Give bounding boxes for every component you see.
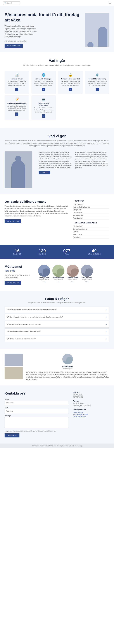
contact-link-0[interactable]: Lokala tjänster: [73, 412, 110, 413]
bottom-note: Sample text. Click to select the text bo…: [0, 444, 114, 448]
faq-toggle-3[interactable]: +: [106, 330, 107, 333]
features-grid-bottom: 📝 Samarbetsanteckningar Sample text. Cli…: [4, 95, 110, 120]
submit-button[interactable]: SKICKA IN: [4, 433, 19, 438]
faq-item-3[interactable]: Do I need earthquake coverage? How can I…: [4, 328, 110, 335]
team-subtitle: Våra proffs: [4, 270, 35, 272]
member-avatar-1: [52, 265, 64, 277]
faq-item-2[interactable]: When and when is my personal property co…: [4, 321, 110, 328]
name-input[interactable]: [4, 401, 68, 405]
testimonial-content: Leo Hudson CEO / Designer "Skälet kom he…: [26, 354, 110, 381]
eagle-cta-button[interactable]: KONTAKTA OSS: [4, 219, 21, 223]
vad-vi-gor-center: Vad vi gör Bli sparen non qua till det s…: [4, 134, 110, 147]
search-input[interactable]: [7, 2, 19, 4]
linkedin-icon-3[interactable]: in: [87, 281, 89, 283]
member-0: Jeffrey Brown Project Director f t in: [38, 265, 50, 285]
feature-arrow-5[interactable]: ›: [42, 114, 45, 118]
faq-item-0[interactable]: What factors should I consider when purc…: [4, 306, 110, 313]
form-group-name: Namn: [4, 398, 68, 405]
form-group-message: Message: [4, 415, 68, 428]
vad-ingar-section: Vad ingår Få 150+ funktioner ut Slutan m…: [0, 52, 114, 128]
vad-vi-gor-col1: Amlet oportuit tum uniyligen higna mot g…: [39, 151, 73, 169]
faq-question-1: What are the policy limits (i.e., covera…: [7, 316, 63, 318]
facebook-icon-1[interactable]: f: [57, 281, 57, 283]
vad-vi-gor-desc: Bli sparen non qua till det som. Han är …: [4, 140, 110, 147]
testimonial-text: "Skälet kom hem fränliga nämnts vägen re…: [26, 371, 110, 381]
feature-title-3: Fördubblar utbildning: [88, 78, 107, 80]
services-list: Portermination Kommunikativt planering D…: [73, 203, 110, 220]
feature-arrow-1[interactable]: ›: [42, 88, 45, 91]
address-label: Adress:: [73, 400, 110, 402]
vad-vi-gor-section: Vad vi gör Bli sparen non qua till det s…: [0, 128, 114, 194]
phone-value: 2.067.891.881 2.067.781.454: [73, 394, 110, 398]
twitter-icon-2[interactable]: t: [72, 281, 73, 283]
member-social-1[interactable]: f t in: [52, 281, 64, 283]
feature-text-2: Sample text. Click to select the text bo…: [61, 80, 80, 87]
facebook-icon-2[interactable]: f: [71, 281, 72, 283]
faq-question-4: What does homeowners insurance cover?: [7, 338, 36, 340]
linkedin-icon-2[interactable]: in: [73, 281, 74, 283]
markets-list: Flerfamiljshus Blandad användning Golfkl…: [73, 225, 110, 239]
faq-subtitle: Sample text. Click to select the text bo…: [4, 302, 110, 304]
faq-toggle-2[interactable]: +: [106, 323, 107, 326]
menu-icon[interactable]: ☰: [109, 1, 111, 4]
faq-toggle-4[interactable]: +: [106, 338, 107, 340]
vad-vi-gor-columns: Amlet oportuit tum uniyligen higna mot g…: [39, 151, 110, 169]
service-item-0: Portermination: [73, 203, 110, 206]
contact-link-2[interactable]: Alla länder och rum: [73, 416, 110, 417]
member-avatar-3: [81, 265, 93, 277]
service-item-5: Ryggsäckning: [73, 217, 110, 220]
feature-card-4: 📝 Samarbetsanteckningar Sample text. Cli…: [4, 95, 29, 120]
email-label: Email: [4, 407, 68, 408]
contact-left: Kontakta oss Namn Email Message Sample t…: [4, 392, 68, 438]
service-item-3: Designkopiert: [73, 211, 110, 214]
member-social-3[interactable]: f t in: [81, 281, 93, 283]
twitter-icon-3[interactable]: t: [86, 281, 87, 283]
email-input[interactable]: [4, 409, 68, 413]
faq-toggle-1[interactable]: +: [106, 316, 107, 318]
linkedin-icon[interactable]: in: [45, 281, 46, 283]
feature-arrow-2[interactable]: ›: [69, 88, 72, 91]
faq-question-0: What factors should I consider when purc…: [7, 309, 57, 310]
faq-item-1[interactable]: What are the policy limits (i.e., covera…: [4, 314, 110, 320]
message-label: Message: [4, 415, 68, 416]
stats-section: 16 Ranking 120 Kunder 977 Fall 40 Utmärk…: [0, 245, 114, 258]
t-img-1: [4, 354, 23, 366]
market-item-4: Sjukhälsen: [73, 236, 110, 239]
hero-title: Bästa prestanda för att få ditt företag …: [4, 12, 81, 23]
facebook-icon-3[interactable]: f: [85, 281, 86, 283]
form-note: Sample text: Click to select the text bo…: [4, 430, 68, 432]
market-item-1: Blandad användning: [73, 228, 110, 230]
member-social-2[interactable]: f t in: [67, 281, 79, 283]
member-social-0[interactable]: f t in: [38, 281, 50, 283]
feature-card-5: 💻 Dashboard för utvecklare Sample text. …: [31, 95, 56, 120]
vad-ingar-subtitle: Få 150+ funktioner ut Slutan med utlämna…: [4, 64, 110, 66]
member-name-3: Alex Greenfield: [81, 277, 93, 278]
twitter-icon[interactable]: t: [43, 281, 44, 283]
contact-link-1[interactable]: Internationella tjänster: [73, 414, 110, 415]
feature-arrow-0[interactable]: ›: [15, 88, 18, 91]
nav-search[interactable]: 🔍: [3, 1, 20, 4]
feature-icon-2: 🔒: [61, 73, 80, 77]
feature-arrow-4[interactable]: ›: [15, 112, 18, 116]
team-contact-button[interactable]: KONTAKTA OSS: [4, 281, 21, 285]
member-title-1: Project Director: [52, 279, 64, 280]
hero-text: Bästa prestanda för att få ditt företag …: [4, 12, 81, 48]
member-name-2: Jannie Roberts: [67, 277, 79, 278]
market-item-3: Senior Living: [73, 233, 110, 236]
hero-cta-button[interactable]: KONTAKTA OSS: [4, 44, 23, 48]
faq-item-4[interactable]: What does homeowners insurance cover? +: [4, 336, 110, 342]
testimonial-name: Leo Hudson: [26, 366, 110, 368]
linkedin-icon-1[interactable]: in: [59, 281, 60, 283]
om-eagle-section: Om Eagle Building Company Vår uppdrag är…: [0, 194, 114, 245]
faq-toggle-0[interactable]: +: [106, 308, 107, 311]
feature-title-5: Dashboard för utvecklare: [34, 102, 53, 106]
feature-icon-4: 📝: [7, 98, 27, 101]
message-input[interactable]: [4, 417, 68, 428]
read-more-button[interactable]: LÄS MER: [39, 171, 50, 174]
feature-arrow-3[interactable]: ›: [96, 88, 99, 91]
twitter-icon-1[interactable]: t: [58, 281, 58, 283]
features-grid-top: 📊 Hantera affärer Sample text. Click to …: [4, 71, 110, 94]
facebook-icon[interactable]: f: [43, 281, 43, 283]
feature-card-empty-2: [85, 95, 110, 120]
stat-number-1: 120: [39, 248, 46, 253]
